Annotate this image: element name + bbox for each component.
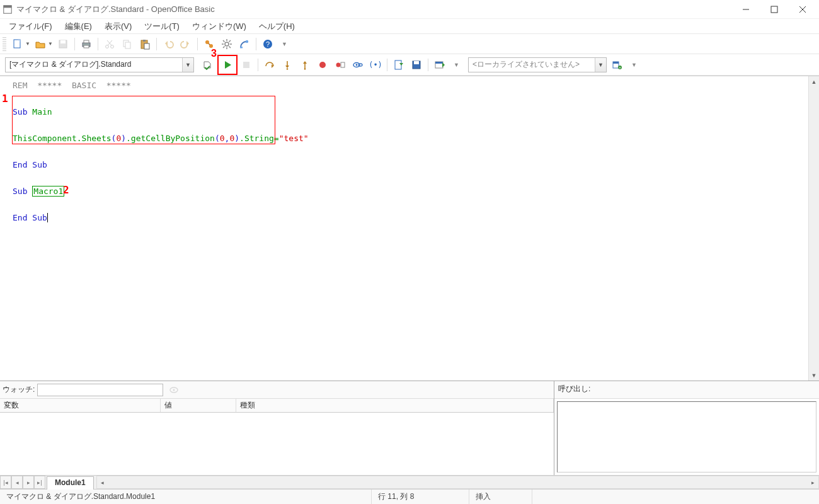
svg-line-26 — [209, 43, 210, 45]
toolbar-separator — [256, 38, 256, 50]
svg-point-52 — [358, 63, 362, 66]
cut-button[interactable] — [101, 36, 118, 52]
new-dropdown-arrow[interactable]: ▼ — [25, 41, 30, 47]
vertical-scrollbar[interactable]: ▲ ▼ — [808, 76, 819, 381]
options-button[interactable] — [219, 36, 235, 52]
module-tab[interactable]: Module1 — [47, 476, 94, 490]
svg-marker-43 — [285, 66, 289, 68]
window-title: マイマクロ & ダイアログ.Standard - OpenOffice Basi… — [16, 4, 731, 15]
import-dialog-button[interactable] — [432, 57, 448, 73]
help-button[interactable]: ? — [260, 36, 276, 52]
library-select-text: [マイマクロ & ダイアログ].Standard — [9, 59, 131, 70]
step-out-button[interactable] — [297, 57, 313, 73]
maximize-button[interactable] — [760, 0, 788, 19]
find-parenthesis-button[interactable]: (•) — [367, 57, 384, 73]
scroll-left-icon[interactable]: ◂ — [97, 476, 108, 488]
status-path: マイマクロ & ダイアログ.Standard.Module1 — [0, 490, 372, 504]
menu-file[interactable]: ファイル(F) — [3, 19, 59, 34]
code-text: ThisComponent.Sheets — [13, 134, 112, 143]
copy-button[interactable] — [119, 36, 135, 52]
annotation-2: 2 — [63, 183, 69, 197]
stop-button[interactable] — [238, 57, 255, 73]
svg-point-27 — [225, 42, 229, 46]
minimize-button[interactable] — [731, 0, 760, 19]
toolbar-grip[interactable] — [3, 37, 6, 51]
undo-button[interactable] — [160, 36, 176, 52]
code-text: Macro1 — [32, 186, 64, 197]
svg-rect-20 — [143, 40, 146, 42]
library-select-dropdown[interactable]: ▼ — [182, 58, 193, 72]
watch-col-variable[interactable]: 変数 — [0, 399, 161, 412]
module-nav-prev[interactable]: ◂ — [11, 476, 23, 489]
toolbar-separator — [98, 38, 98, 50]
insert-source-button[interactable] — [391, 57, 407, 73]
manage-breakpoints-button[interactable] — [332, 57, 348, 73]
locale-select-dropdown[interactable]: ▼ — [595, 58, 606, 72]
locale-select[interactable]: <ローカライズされていません> ▼ — [468, 57, 607, 72]
library-select[interactable]: [マイマクロ & ダイアログ].Standard ▼ — [5, 57, 194, 72]
watch-col-type[interactable]: 種類 — [236, 399, 554, 412]
svg-point-48 — [336, 62, 341, 67]
run-button[interactable] — [219, 57, 236, 73]
watch-body[interactable] — [0, 413, 554, 475]
save-source-button[interactable] — [408, 57, 425, 73]
menu-help[interactable]: ヘルプ(H) — [253, 19, 301, 34]
code-text: .getCellByPosition — [126, 134, 215, 143]
toolbar-overflow[interactable]: ▼ — [454, 62, 459, 68]
redo-button[interactable] — [178, 36, 194, 52]
watch-panel: ウォッチ: 変数 値 種類 — [0, 381, 554, 475]
manage-language-button[interactable]: + — [609, 57, 626, 73]
svg-rect-9 — [60, 40, 66, 43]
svg-point-47 — [319, 62, 326, 68]
watch-label: ウォッチ: — [3, 384, 35, 395]
svg-point-51 — [356, 64, 358, 66]
svg-line-34 — [229, 40, 231, 42]
watch-col-value[interactable]: 値 — [161, 399, 236, 412]
module-nav-next[interactable]: ▸ — [23, 476, 34, 489]
call-stack-body[interactable] — [557, 401, 816, 472]
svg-point-44 — [287, 68, 289, 70]
save-button[interactable] — [55, 36, 71, 52]
close-button[interactable] — [788, 0, 816, 19]
code-text: " — [279, 134, 284, 143]
step-over-button[interactable] — [261, 57, 278, 73]
new-dropdown-button[interactable] — [9, 36, 26, 52]
status-empty — [532, 490, 819, 504]
menu-edit[interactable]: 編集(E) — [59, 19, 98, 34]
call-stack-panel: 呼び出し: — [554, 381, 819, 475]
scroll-right-icon[interactable]: ▸ — [808, 476, 818, 488]
code-editor[interactable]: REM ***** BASIC ***** Sub Main ThisCompo… — [0, 76, 808, 381]
code-text: ) — [121, 134, 126, 143]
horizontal-scrollbar[interactable]: ◂ ▸ — [96, 476, 819, 489]
window-controls — [731, 0, 816, 19]
menu-view[interactable]: 表示(V) — [98, 19, 138, 34]
step-into-button[interactable] — [279, 57, 295, 73]
scroll-down-icon[interactable]: ▼ — [809, 370, 819, 381]
paste-button[interactable] — [137, 36, 153, 52]
code-text: ) — [234, 134, 239, 143]
module-nav-last[interactable]: ▸| — [34, 476, 45, 489]
breakpoint-button[interactable] — [314, 57, 331, 73]
code-text: Main — [27, 107, 52, 117]
toolbar-overflow[interactable]: ▼ — [631, 62, 637, 68]
svg-rect-37 — [240, 47, 243, 49]
svg-line-35 — [223, 46, 225, 48]
open-dropdown-arrow[interactable]: ▼ — [48, 41, 53, 47]
print-button[interactable] — [78, 36, 94, 52]
svg-rect-49 — [341, 62, 345, 67]
menu-window[interactable]: ウィンドウ(W) — [186, 19, 253, 34]
watch-input[interactable] — [37, 384, 163, 396]
svg-rect-3 — [771, 6, 777, 13]
open-dropdown-button[interactable] — [32, 36, 49, 52]
scroll-up-icon[interactable]: ▲ — [809, 76, 819, 87]
menu-tools[interactable]: ツール(T) — [138, 19, 186, 34]
svg-rect-11 — [84, 40, 89, 43]
code-text: test — [284, 134, 304, 143]
watch-button[interactable] — [350, 57, 366, 73]
module-nav-first[interactable]: |◂ — [0, 476, 11, 489]
toolbar-overflow[interactable]: ▼ — [282, 41, 287, 47]
macros-button[interactable] — [236, 36, 253, 52]
remove-watch-button[interactable] — [166, 382, 182, 398]
titlebar: マイマクロ & ダイアログ.Standard - OpenOffice Basi… — [0, 0, 819, 19]
status-mode[interactable]: 挿入 — [469, 490, 532, 504]
